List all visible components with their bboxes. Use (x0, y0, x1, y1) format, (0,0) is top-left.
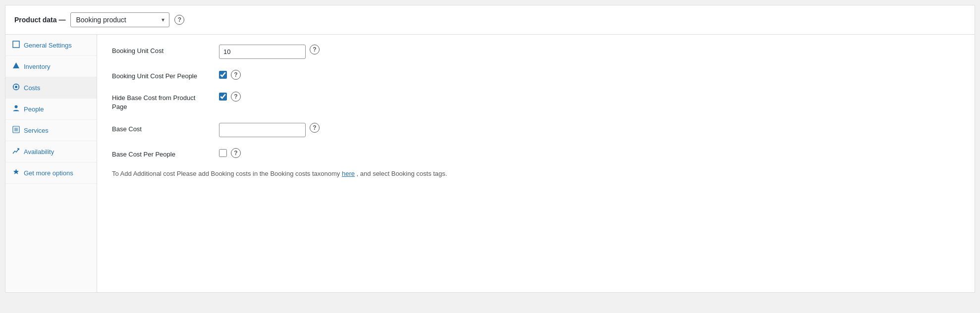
base-cost-per-people-row: Base Cost Per People ? (112, 148, 960, 159)
svg-rect-0 (13, 41, 19, 48)
base-cost-per-people-help-icon[interactable]: ? (231, 148, 241, 158)
base-cost-per-people-label: Base Cost Per People (112, 148, 211, 159)
booking-unit-cost-help-icon[interactable]: ? (310, 45, 320, 54)
booking-unit-cost-label: Booking Unit Cost (112, 45, 211, 55)
sidebar-item-label-services: Services (24, 127, 49, 134)
booking-unit-cost-per-people-checkbox[interactable] (219, 71, 227, 79)
booking-unit-cost-per-people-row: Booking Unit Cost Per People ? (112, 70, 960, 81)
services-icon (12, 126, 20, 135)
people-icon (12, 104, 20, 113)
sidebar-item-label-costs: Costs (24, 84, 40, 92)
base-cost-per-people-checkbox[interactable] (219, 149, 227, 157)
costs-icon (12, 83, 20, 92)
sidebar-item-label-general-settings: General Settings (24, 42, 72, 49)
product-data-label: Product data — (14, 16, 65, 24)
booking-unit-cost-controls: ? (219, 45, 320, 59)
hide-base-cost-row: Hide Base Cost from Product Page ? (112, 92, 960, 111)
base-cost-label: Base Cost (112, 123, 211, 134)
sidebar-item-general-settings[interactable]: General Settings (5, 35, 97, 56)
base-cost-row: Base Cost ? (112, 123, 960, 137)
footer-note-link[interactable]: here (342, 170, 355, 177)
booking-unit-cost-per-people-controls: ? (219, 70, 241, 80)
product-type-dropdown-wrapper[interactable]: Simple productGrouped productExternal/Af… (70, 12, 169, 27)
sidebar-item-label-availability: Availability (24, 148, 54, 156)
booking-unit-cost-per-people-help-icon[interactable]: ? (231, 70, 241, 80)
booking-unit-cost-per-people-label: Booking Unit Cost Per People (112, 70, 211, 81)
header-help-icon[interactable]: ? (174, 15, 184, 25)
booking-unit-cost-input[interactable] (219, 45, 306, 59)
sidebar-item-label-people: People (24, 105, 44, 113)
booking-unit-cost-per-people-text: Booking Unit Cost Per People (112, 72, 197, 80)
sidebar-item-availability[interactable]: Availability (5, 141, 97, 162)
hide-base-cost-help-icon[interactable]: ? (231, 92, 241, 102)
base-cost-per-people-controls: ? (219, 148, 241, 158)
svg-marker-1 (13, 62, 19, 68)
base-cost-help-icon[interactable]: ? (310, 123, 320, 133)
content-area: Booking Unit Cost ? Booking Unit Cost Pe… (97, 35, 975, 292)
sidebar-item-services[interactable]: Services (5, 120, 97, 141)
availability-icon (12, 147, 20, 156)
hide-base-cost-checkbox[interactable] (219, 93, 227, 101)
footer-note-suffix: , and select Booking costs tags. (357, 170, 447, 177)
get-more-options-icon (12, 168, 20, 177)
base-cost-input[interactable] (219, 123, 306, 137)
hide-base-cost-text: Hide Base Cost from Product Page (112, 94, 195, 110)
svg-point-3 (15, 86, 17, 88)
booking-unit-cost-row: Booking Unit Cost ? (112, 45, 960, 59)
main-content: General Settings Inventory (5, 35, 975, 292)
general-settings-icon (12, 41, 20, 50)
sidebar-item-people[interactable]: People (5, 99, 97, 120)
sidebar: General Settings Inventory (5, 35, 97, 292)
sidebar-item-label-inventory: Inventory (24, 63, 50, 70)
hide-base-cost-label: Hide Base Cost from Product Page (112, 92, 211, 111)
header-bar: Product data — Simple productGrouped pro… (5, 5, 975, 35)
base-cost-controls: ? (219, 123, 320, 137)
sidebar-item-costs[interactable]: Costs (5, 77, 97, 99)
svg-point-8 (15, 105, 18, 108)
product-type-select[interactable]: Simple productGrouped productExternal/Af… (70, 12, 169, 27)
inventory-icon (12, 62, 20, 71)
footer-note-prefix: To Add Additional cost Please add Bookin… (112, 170, 342, 177)
footer-note: To Add Additional cost Please add Bookin… (112, 170, 960, 177)
sidebar-item-label-get-more-options: Get more options (24, 169, 73, 177)
sidebar-item-get-more-options[interactable]: Get more options (5, 162, 97, 184)
hide-base-cost-controls: ? (219, 92, 241, 102)
sidebar-item-inventory[interactable]: Inventory (5, 56, 97, 77)
